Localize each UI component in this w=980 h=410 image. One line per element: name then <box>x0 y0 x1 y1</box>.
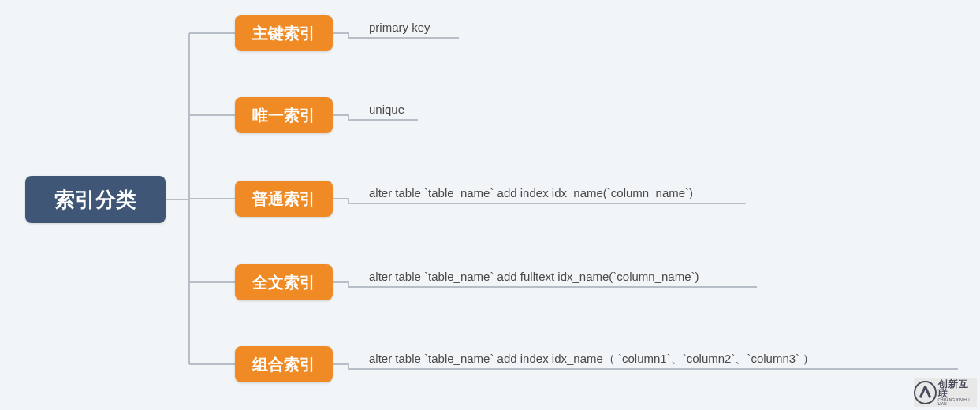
root-node[interactable]: 索引分类 <box>25 176 166 223</box>
watermark-text-big: 创新互联 <box>938 379 978 398</box>
leaf-text-2: alter table `table_name` add index idx_n… <box>369 186 693 199</box>
child-label: 组合索引 <box>252 354 315 375</box>
watermark-logo-icon <box>914 381 937 404</box>
child-label: 主键索引 <box>252 23 315 44</box>
child-node-4[interactable]: 组合索引 <box>235 346 333 382</box>
leaf-text-4: alter table `table_name` add index idx_n… <box>369 352 814 367</box>
mindmap-canvas: 索引分类 主键索引primary key唯一索引unique普通索引alter … <box>0 0 980 410</box>
child-label: 普通索引 <box>252 188 315 210</box>
child-node-2[interactable]: 普通索引 <box>235 181 333 217</box>
leaf-text-0: primary key <box>369 20 430 34</box>
root-label: 索引分类 <box>54 186 136 214</box>
leaf-text-3: alter table `table_name` add fulltext id… <box>369 270 699 283</box>
child-label: 全文索引 <box>252 272 315 293</box>
leaf-text-1: unique <box>369 102 404 116</box>
watermark-text-small: CHUANG XIN HU LIAN <box>938 398 978 406</box>
watermark-badge: 创新互联 CHUANG XIN HU LIAN <box>914 378 977 407</box>
child-node-1[interactable]: 唯一索引 <box>235 97 333 133</box>
child-node-0[interactable]: 主键索引 <box>235 15 333 51</box>
child-node-3[interactable]: 全文索引 <box>235 264 333 300</box>
child-label: 唯一索引 <box>252 105 315 126</box>
